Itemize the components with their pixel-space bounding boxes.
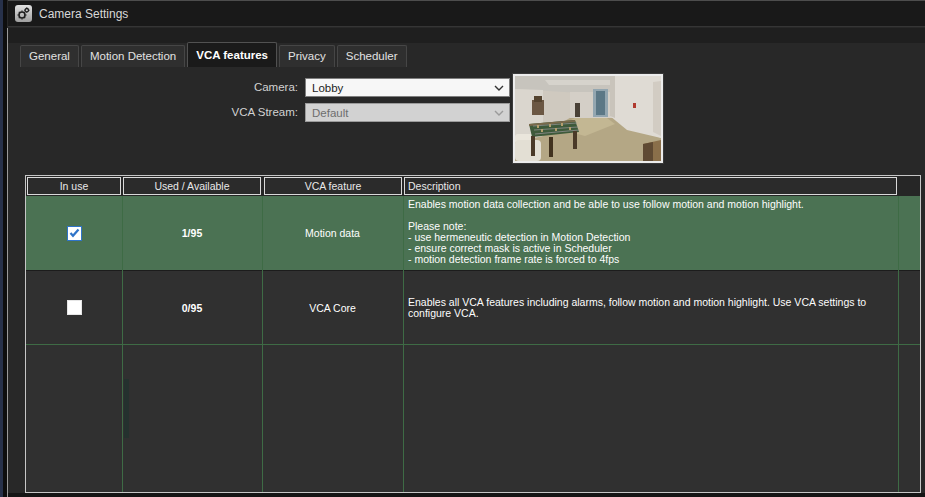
table-header-row: In use Used / Available VCA feature Desc… (26, 176, 920, 196)
in-use-cell (26, 271, 122, 344)
bottom-strip (8, 493, 925, 497)
tab-bar: General Motion Detection VCA features Pr… (20, 43, 409, 67)
table-row-motion-data[interactable]: 1/95 Motion data Enables motion data col… (26, 196, 920, 270)
vca-stream-select-value: Default (312, 107, 348, 119)
header-used-available[interactable]: Used / Available (123, 177, 261, 195)
grid-line (403, 196, 404, 492)
camera-select[interactable]: Lobby (305, 78, 510, 97)
check-icon (69, 228, 80, 238)
used-available-value: 0/95 (122, 271, 262, 344)
grid-line (122, 196, 123, 492)
gear-icon (15, 5, 32, 22)
chevron-down-icon (494, 110, 504, 116)
grid-line (262, 196, 263, 492)
table-empty-area (26, 344, 920, 492)
preview-scene (515, 76, 661, 161)
dialog-content: General Motion Detection VCA features Pr… (8, 43, 925, 497)
table-row-vca-core[interactable]: 0/95 VCA Core Enables all VCA features i… (26, 270, 920, 344)
used-available-value: 1/95 (122, 196, 262, 270)
vca-stream-label: VCA Stream: (178, 106, 298, 118)
in-use-cell (26, 196, 122, 270)
titlebar: Camera Settings (8, 0, 925, 27)
vca-feature-name: Motion data (262, 196, 403, 270)
feature-description: Enables all VCA features including alarm… (403, 271, 898, 344)
tab-privacy[interactable]: Privacy (279, 45, 335, 67)
tab-scheduler[interactable]: Scheduler (337, 45, 407, 67)
vca-features-table: In use Used / Available VCA feature Desc… (25, 175, 921, 493)
tab-motion-detection[interactable]: Motion Detection (81, 45, 185, 67)
vca-stream-select: Default (305, 103, 510, 122)
grid-line (898, 196, 899, 492)
header-vca-feature[interactable]: VCA feature (264, 177, 402, 195)
vca-feature-name: VCA Core (262, 271, 403, 344)
chevron-down-icon (494, 85, 504, 91)
camera-label: Camera: (178, 81, 298, 93)
camera-select-value: Lobby (312, 82, 343, 94)
camera-preview-image (513, 74, 663, 163)
tab-vca-features[interactable]: VCA features (187, 42, 277, 67)
table-artifact-bar (124, 379, 129, 438)
upper-band (8, 28, 925, 43)
header-description[interactable]: Description (404, 177, 897, 195)
in-use-checkbox[interactable] (67, 226, 82, 241)
header-in-use[interactable]: In use (27, 177, 121, 195)
tab-general[interactable]: General (20, 45, 79, 67)
in-use-checkbox[interactable] (67, 300, 82, 315)
feature-description: Enables motion data collection and be ab… (403, 196, 898, 270)
window-title: Camera Settings (39, 7, 128, 21)
